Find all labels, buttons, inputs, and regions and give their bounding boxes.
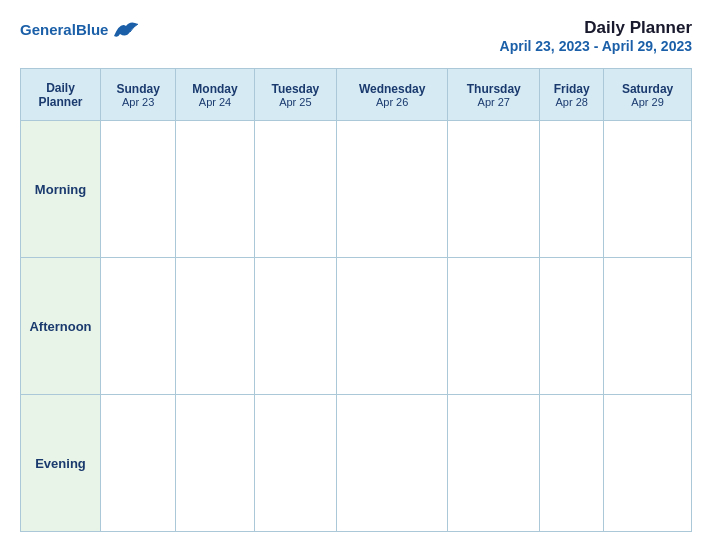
row-label-afternoon: Afternoon — [21, 258, 101, 395]
title-block: Daily Planner April 23, 2023 - April 29,… — [500, 18, 692, 54]
cell-morning-thursday[interactable] — [448, 121, 540, 258]
calendar-table: Daily Planner Sunday Apr 23 Monday Apr 2… — [20, 68, 692, 532]
page-header: GeneralBlue Daily Planner April 23, 2023… — [20, 18, 692, 54]
cell-morning-tuesday[interactable] — [254, 121, 336, 258]
logo-text: GeneralBlue — [20, 22, 108, 37]
row-afternoon: Afternoon — [21, 258, 692, 395]
cell-evening-monday[interactable] — [176, 395, 254, 532]
row-label-evening: Evening — [21, 395, 101, 532]
cell-evening-wednesday[interactable] — [336, 395, 447, 532]
cell-morning-wednesday[interactable] — [336, 121, 447, 258]
header-cell-saturday: Saturday Apr 29 — [604, 69, 692, 121]
cell-morning-friday[interactable] — [540, 121, 604, 258]
row-morning: Morning — [21, 121, 692, 258]
cell-evening-friday[interactable] — [540, 395, 604, 532]
header-cell-wednesday: Wednesday Apr 26 — [336, 69, 447, 121]
cell-afternoon-thursday[interactable] — [448, 258, 540, 395]
cell-evening-tuesday[interactable] — [254, 395, 336, 532]
header-cell-label: Daily Planner — [21, 69, 101, 121]
header-cell-monday: Monday Apr 24 — [176, 69, 254, 121]
header-cell-tuesday: Tuesday Apr 25 — [254, 69, 336, 121]
row-label-morning: Morning — [21, 121, 101, 258]
cell-afternoon-saturday[interactable] — [604, 258, 692, 395]
cell-morning-sunday[interactable] — [101, 121, 176, 258]
logo: GeneralBlue — [20, 18, 140, 40]
header-cell-sunday: Sunday Apr 23 — [101, 69, 176, 121]
cell-afternoon-friday[interactable] — [540, 258, 604, 395]
row-evening: Evening — [21, 395, 692, 532]
cell-afternoon-tuesday[interactable] — [254, 258, 336, 395]
header-cell-friday: Friday Apr 28 — [540, 69, 604, 121]
cell-afternoon-sunday[interactable] — [101, 258, 176, 395]
logo-bird-icon — [112, 18, 140, 40]
date-range: April 23, 2023 - April 29, 2023 — [500, 38, 692, 54]
cell-evening-sunday[interactable] — [101, 395, 176, 532]
cell-afternoon-monday[interactable] — [176, 258, 254, 395]
header-row: Daily Planner Sunday Apr 23 Monday Apr 2… — [21, 69, 692, 121]
cell-evening-saturday[interactable] — [604, 395, 692, 532]
header-cell-thursday: Thursday Apr 27 — [448, 69, 540, 121]
cell-morning-saturday[interactable] — [604, 121, 692, 258]
cell-morning-monday[interactable] — [176, 121, 254, 258]
cell-evening-thursday[interactable] — [448, 395, 540, 532]
page-title: Daily Planner — [500, 18, 692, 38]
cell-afternoon-wednesday[interactable] — [336, 258, 447, 395]
